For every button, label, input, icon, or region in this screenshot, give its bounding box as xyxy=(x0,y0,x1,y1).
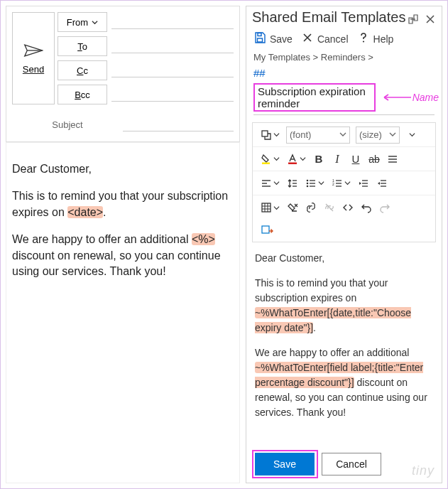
svg-rect-35 xyxy=(262,203,271,212)
from-button[interactable]: From xyxy=(58,12,107,32)
undo-button[interactable] xyxy=(357,195,376,220)
underline-button[interactable]: U xyxy=(346,147,365,171)
strikethrough-button[interactable]: ab xyxy=(365,147,383,171)
svg-rect-5 xyxy=(262,131,268,136)
tags-field[interactable]: ## xyxy=(246,67,442,83)
svg-rect-1 xyxy=(258,33,261,36)
code-button[interactable] xyxy=(339,195,357,220)
save-button[interactable]: Save xyxy=(255,453,315,475)
editor-toolbar: (font) (size) B I U ab 12 xyxy=(252,122,436,220)
bullet-list-button[interactable] xyxy=(302,171,328,195)
svg-rect-6 xyxy=(262,162,270,164)
macro-date: ~%WhatToEnter[{date,title:"Choose expiry… xyxy=(255,307,411,333)
send-button[interactable]: Send xyxy=(12,12,55,104)
subject-field[interactable] xyxy=(123,117,234,131)
email-body[interactable]: Dear Customer, This is to remind you tha… xyxy=(6,142,240,483)
send-label: Send xyxy=(23,64,44,75)
numbered-list-button[interactable]: 12 xyxy=(328,171,354,195)
help-action[interactable]: Help xyxy=(357,31,394,46)
cc-button[interactable]: Cc xyxy=(58,60,107,80)
save-action[interactable]: Save xyxy=(253,31,293,46)
date-placeholder: <date> xyxy=(67,206,103,218)
more-format-button[interactable] xyxy=(403,123,421,146)
font-color-button[interactable] xyxy=(283,147,310,171)
template-editor-body[interactable]: Dear Customer, This is to remind you tha… xyxy=(246,242,442,439)
align-justify-button[interactable] xyxy=(383,147,402,171)
name-callout: Name xyxy=(380,92,439,103)
svg-point-20 xyxy=(307,185,309,187)
redo-button[interactable] xyxy=(376,195,394,220)
breadcrumb[interactable]: My Templates > Reminders > xyxy=(246,52,442,67)
svg-point-18 xyxy=(307,179,309,181)
chevron-down-icon xyxy=(339,129,346,140)
panel-title: Shared Email Templates xyxy=(252,9,405,26)
font-family-select[interactable]: (font) xyxy=(286,127,350,144)
align-left-button[interactable] xyxy=(257,171,283,195)
line-height-button[interactable] xyxy=(283,171,302,195)
question-icon xyxy=(357,31,370,46)
watermark: tiny xyxy=(412,463,435,478)
close-icon[interactable] xyxy=(425,12,436,23)
svg-text:2: 2 xyxy=(332,182,334,186)
subject-label: Subject xyxy=(12,119,123,130)
percent-placeholder: <%> xyxy=(192,233,215,245)
clear-format-button[interactable] xyxy=(283,195,302,220)
svg-point-19 xyxy=(307,182,309,184)
paper-plane-icon xyxy=(23,42,43,61)
bcc-field[interactable] xyxy=(111,87,234,102)
bold-button[interactable]: B xyxy=(310,147,328,171)
cancel-action[interactable]: Cancel xyxy=(301,31,349,46)
insert-macro-button[interactable] xyxy=(257,220,277,242)
from-field[interactable] xyxy=(111,15,234,29)
svg-point-3 xyxy=(362,41,364,42)
svg-rect-41 xyxy=(262,226,269,233)
svg-rect-8 xyxy=(288,162,297,164)
link-button[interactable] xyxy=(302,195,320,220)
save-icon xyxy=(253,31,266,46)
to-button[interactable]: To xyxy=(58,36,107,56)
popout-icon[interactable] xyxy=(408,12,419,23)
font-size-select[interactable]: (size) xyxy=(356,127,400,144)
chevron-down-icon xyxy=(92,17,98,28)
table-button[interactable] xyxy=(257,195,283,220)
template-name-input[interactable]: Subscription expiration reminder xyxy=(253,83,376,112)
highlight-button[interactable] xyxy=(257,147,283,171)
cc-field[interactable] xyxy=(111,63,234,77)
svg-line-40 xyxy=(326,204,333,211)
cancel-button[interactable]: Cancel xyxy=(322,453,381,475)
chevron-down-icon xyxy=(389,129,396,140)
bcc-button[interactable]: Bcc xyxy=(58,85,107,104)
outdent-button[interactable] xyxy=(354,171,373,195)
italic-button[interactable]: I xyxy=(328,147,346,171)
paragraph-format-button[interactable] xyxy=(257,123,283,146)
x-icon xyxy=(301,31,314,46)
to-field[interactable] xyxy=(111,39,234,53)
svg-rect-2 xyxy=(258,38,263,42)
indent-button[interactable] xyxy=(373,171,391,195)
unlink-button[interactable] xyxy=(320,195,339,220)
